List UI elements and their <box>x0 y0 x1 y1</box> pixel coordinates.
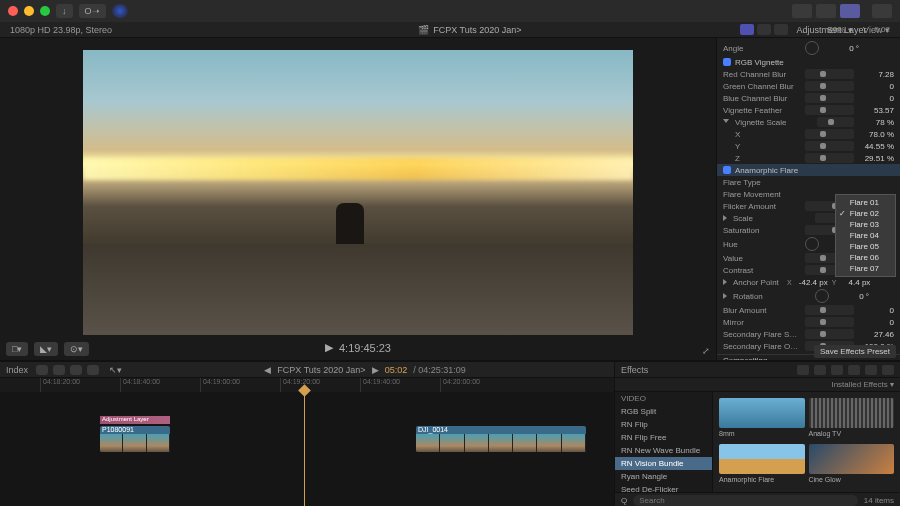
angle-value[interactable]: 0 ° <box>823 44 859 53</box>
feather-slider[interactable] <box>805 105 854 115</box>
minimize-icon[interactable] <box>24 6 34 16</box>
fx-preset-cine-glow[interactable]: Cine Glow <box>809 444 895 486</box>
section-anamorphic-flare[interactable]: Anamorphic Flare <box>717 164 900 176</box>
vign-z-slider[interactable] <box>805 153 854 163</box>
vign-scale-slider[interactable] <box>817 117 854 127</box>
sec-scale-slider[interactable] <box>805 329 854 339</box>
tl-prev-icon[interactable]: ◀ <box>264 365 271 375</box>
tl-tool-4[interactable] <box>87 365 99 375</box>
param-anchor[interactable]: Anchor PointX-42.4 pxY4.4 px <box>717 276 900 288</box>
flare-option-flare-05[interactable]: Flare 05 <box>836 241 895 252</box>
layout-timeline-button[interactable] <box>816 4 836 18</box>
timeline-body[interactable]: Adjustment Layer P1080091 DJI_0014 <box>0 392 614 506</box>
adjustment-layer-clip[interactable]: Adjustment Layer <box>100 416 170 424</box>
info-inspector-tab[interactable] <box>774 24 788 35</box>
param-mirror[interactable]: Mirror0 <box>717 316 900 328</box>
fx-preset-anamorphic-flare[interactable]: Anamorphic Flare <box>719 444 805 486</box>
project-name[interactable]: FCPX Tuts 2020 Jan> <box>433 25 521 35</box>
fx-icon-6[interactable] <box>882 365 894 375</box>
param-angle[interactable]: Angle 0 ° <box>717 40 900 56</box>
fx-icon-4[interactable] <box>848 365 860 375</box>
installed-effects-dropdown[interactable]: Installed Effects ▾ <box>831 380 894 389</box>
vign-scale-disclosure[interactable] <box>723 119 729 126</box>
param-blur-amt[interactable]: Blur Amount0 <box>717 304 900 316</box>
tl-tool-1[interactable] <box>36 365 48 375</box>
blur-amt-slider[interactable] <box>805 305 854 315</box>
fx-category-rgb-split[interactable]: RGB Split <box>615 405 712 418</box>
flare-option-flare-07[interactable]: Flare 07 <box>836 263 895 274</box>
close-icon[interactable] <box>8 6 18 16</box>
retime-tool[interactable]: ⊙▾ <box>64 342 89 356</box>
fx-icon-1[interactable] <box>797 365 809 375</box>
flare-checkbox[interactable] <box>723 166 731 174</box>
blue-blur-value[interactable]: 0 <box>858 94 894 103</box>
fx-preset-8mm[interactable]: 8mm <box>719 398 805 440</box>
timeline-current-tc[interactable]: 05:02 <box>385 365 408 375</box>
param-vign-y[interactable]: Y44.55 % <box>717 140 900 152</box>
mirror-slider[interactable] <box>805 317 854 327</box>
vign-x-value[interactable]: 78.0 % <box>858 130 894 139</box>
share-button[interactable] <box>872 4 892 18</box>
keyword-button[interactable]: O➝ <box>79 4 106 18</box>
flare-type-dropdown[interactable]: Flare 01Flare 02Flare 03Flare 04Flare 05… <box>835 194 896 277</box>
flare-option-flare-03[interactable]: Flare 03 <box>836 219 895 230</box>
vign-x-slider[interactable] <box>805 129 854 139</box>
red-blur-slider[interactable] <box>805 69 854 79</box>
flare-option-flare-01[interactable]: Flare 01 <box>836 197 895 208</box>
fx-category-rn-flip[interactable]: RN Flip <box>615 418 712 431</box>
param-vign-feather[interactable]: Vignette Feather53.57 <box>717 104 900 116</box>
green-blur-value[interactable]: 0 <box>858 82 894 91</box>
tl-tool-3[interactable] <box>70 365 82 375</box>
anchor-disclosure[interactable] <box>723 279 727 285</box>
clip-2[interactable]: DJI_0014 <box>416 426 586 452</box>
flare-option-flare-02[interactable]: Flare 02 <box>836 208 895 219</box>
audio-inspector-tab[interactable] <box>757 24 771 35</box>
color-tool[interactable]: ◣▾ <box>34 342 58 356</box>
video-inspector-tab[interactable] <box>740 24 754 35</box>
fx-category-rn-flip-free[interactable]: RN Flip Free <box>615 431 712 444</box>
hue-dial[interactable] <box>805 237 819 251</box>
fx-category-rn-new-wave-bundle[interactable]: RN New Wave Bundle <box>615 444 712 457</box>
vign-scale-value[interactable]: 78 % <box>858 118 894 127</box>
bg-tasks-button[interactable] <box>112 4 128 18</box>
feather-value[interactable]: 53.57 <box>858 106 894 115</box>
param-vign-scale[interactable]: Vignette Scale78 % <box>717 116 900 128</box>
fx-icon-2[interactable] <box>814 365 826 375</box>
fx-category-rn-vision-bundle[interactable]: RN Vision Bundle <box>615 457 712 470</box>
import-button[interactable]: ↓ <box>56 4 73 18</box>
rotation-dial[interactable] <box>815 289 829 303</box>
viewer-expand[interactable]: ⤢ <box>702 346 710 356</box>
tl-next-icon[interactable]: ▶ <box>372 365 379 375</box>
param-flare-type[interactable]: Flare Type <box>717 176 900 188</box>
sec-scale-value[interactable]: 27.46 <box>858 330 894 339</box>
blue-blur-slider[interactable] <box>805 93 854 103</box>
param-red-blur[interactable]: Red Channel Blur7.28 <box>717 68 900 80</box>
tl-tool-2[interactable] <box>53 365 65 375</box>
playhead[interactable] <box>304 392 305 506</box>
param-vign-x[interactable]: X78.0 % <box>717 128 900 140</box>
maximize-icon[interactable] <box>40 6 50 16</box>
green-blur-slider[interactable] <box>805 81 854 91</box>
param-rotation[interactable]: Rotation0 ° <box>717 288 900 304</box>
play-icon[interactable]: ▶ <box>325 341 333 354</box>
fx-category-seed-de-flicker[interactable]: Seed De-Flicker <box>615 483 712 492</box>
effects-search[interactable]: Search <box>633 495 858 506</box>
fx-icon-5[interactable] <box>865 365 877 375</box>
vign-y-slider[interactable] <box>805 141 854 151</box>
fx-preset-analog-tv[interactable]: Analog TV <box>809 398 895 440</box>
section-rgb-vignette[interactable]: RGB Vignette <box>717 56 900 68</box>
save-preset-button[interactable]: Save Effects Preset <box>814 345 896 358</box>
rgb-vignette-checkbox[interactable] <box>723 58 731 66</box>
flare-option-flare-04[interactable]: Flare 04 <box>836 230 895 241</box>
layout-browser-button[interactable] <box>792 4 812 18</box>
fx-category-ryan-nangle[interactable]: Ryan Nangle <box>615 470 712 483</box>
tl-project-name[interactable]: FCPX Tuts 2020 Jan> <box>277 365 365 375</box>
blur-amt-value[interactable]: 0 <box>858 306 894 315</box>
layout-inspector-button[interactable] <box>840 4 860 18</box>
rotation-value[interactable]: 0 ° <box>833 292 869 301</box>
viewer-timecode[interactable]: 4:19:45:23 <box>339 342 391 354</box>
anchor-x-value[interactable]: -42.4 px <box>796 278 828 287</box>
fx-icon-3[interactable] <box>831 365 843 375</box>
anchor-y-value[interactable]: 4.4 px <box>840 278 870 287</box>
clip-1[interactable]: P1080091 <box>100 426 170 452</box>
